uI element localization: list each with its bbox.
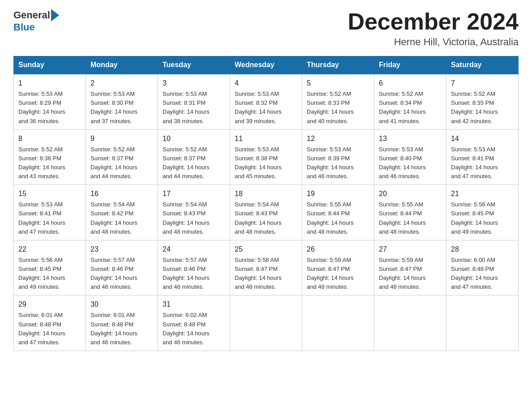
logo-blue-text: Blue xyxy=(13,21,35,33)
day-number: 3 xyxy=(163,78,225,89)
calendar-week-row: 15Sunrise: 5:53 AMSunset: 8:41 PMDayligh… xyxy=(14,185,519,240)
weekday-header-friday: Friday xyxy=(374,56,446,74)
calendar-cell xyxy=(374,295,446,351)
calendar-cell: 7Sunrise: 5:52 AMSunset: 8:35 PMDaylight… xyxy=(446,74,519,129)
calendar-cell: 6Sunrise: 5:52 AMSunset: 8:34 PMDaylight… xyxy=(374,74,446,129)
day-info: Sunrise: 5:57 AMSunset: 8:46 PMDaylight:… xyxy=(163,256,225,292)
calendar-cell: 18Sunrise: 5:54 AMSunset: 8:43 PMDayligh… xyxy=(230,185,302,240)
day-info: Sunrise: 5:53 AMSunset: 8:41 PMDaylight:… xyxy=(451,145,514,181)
weekday-header-thursday: Thursday xyxy=(302,56,374,74)
day-number: 20 xyxy=(379,188,442,199)
day-info: Sunrise: 5:52 AMSunset: 8:37 PMDaylight:… xyxy=(90,145,153,181)
calendar-cell: 27Sunrise: 5:59 AMSunset: 8:47 PMDayligh… xyxy=(374,240,446,295)
day-info: Sunrise: 5:53 AMSunset: 8:32 PMDaylight:… xyxy=(235,90,297,126)
calendar-cell: 14Sunrise: 5:53 AMSunset: 8:41 PMDayligh… xyxy=(446,129,519,185)
calendar-cell: 3Sunrise: 5:53 AMSunset: 8:31 PMDaylight… xyxy=(158,74,230,129)
day-number: 24 xyxy=(163,244,225,255)
day-info: Sunrise: 5:56 AMSunset: 8:45 PMDaylight:… xyxy=(18,256,81,292)
calendar-table: SundayMondayTuesdayWednesdayThursdayFrid… xyxy=(13,56,519,351)
day-number: 31 xyxy=(163,299,225,310)
calendar-cell xyxy=(302,295,374,351)
day-info: Sunrise: 5:52 AMSunset: 8:37 PMDaylight:… xyxy=(163,145,225,181)
calendar-cell: 20Sunrise: 5:55 AMSunset: 8:44 PMDayligh… xyxy=(374,185,446,240)
location-subtitle: Herne Hill, Victoria, Australia xyxy=(348,36,519,48)
day-number: 15 xyxy=(18,188,81,199)
day-info: Sunrise: 6:02 AMSunset: 8:48 PMDaylight:… xyxy=(163,311,225,347)
day-info: Sunrise: 5:54 AMSunset: 8:42 PMDaylight:… xyxy=(90,200,153,236)
day-number: 17 xyxy=(163,188,225,199)
weekday-header-monday: Monday xyxy=(86,56,158,74)
day-number: 8 xyxy=(18,133,81,144)
calendar-cell: 31Sunrise: 6:02 AMSunset: 8:48 PMDayligh… xyxy=(158,295,230,351)
day-info: Sunrise: 5:52 AMSunset: 8:33 PMDaylight:… xyxy=(307,90,369,126)
day-number: 28 xyxy=(451,244,514,255)
weekday-header-saturday: Saturday xyxy=(446,56,519,74)
calendar-cell xyxy=(230,295,302,351)
calendar-cell: 13Sunrise: 5:53 AMSunset: 8:40 PMDayligh… xyxy=(374,129,446,185)
day-number: 12 xyxy=(307,133,369,144)
calendar-cell: 5Sunrise: 5:52 AMSunset: 8:33 PMDaylight… xyxy=(302,74,374,129)
calendar-cell: 8Sunrise: 5:52 AMSunset: 8:36 PMDaylight… xyxy=(14,129,86,185)
calendar-cell: 19Sunrise: 5:55 AMSunset: 8:44 PMDayligh… xyxy=(302,185,374,240)
day-number: 25 xyxy=(235,244,297,255)
day-info: Sunrise: 5:54 AMSunset: 8:43 PMDaylight:… xyxy=(235,200,297,236)
calendar-week-row: 8Sunrise: 5:52 AMSunset: 8:36 PMDaylight… xyxy=(14,129,519,185)
logo-general-text: General xyxy=(13,9,50,21)
calendar-cell: 4Sunrise: 5:53 AMSunset: 8:32 PMDaylight… xyxy=(230,74,302,129)
day-number: 5 xyxy=(307,78,369,89)
calendar-cell: 30Sunrise: 6:01 AMSunset: 8:48 PMDayligh… xyxy=(86,295,158,351)
calendar-header-row: SundayMondayTuesdayWednesdayThursdayFrid… xyxy=(14,56,519,74)
calendar-cell: 26Sunrise: 5:59 AMSunset: 8:47 PMDayligh… xyxy=(302,240,374,295)
day-info: Sunrise: 5:59 AMSunset: 8:47 PMDaylight:… xyxy=(307,256,369,292)
logo-arrow-icon xyxy=(51,9,59,21)
calendar-cell: 29Sunrise: 6:01 AMSunset: 8:48 PMDayligh… xyxy=(14,295,86,351)
day-number: 19 xyxy=(307,188,369,199)
day-number: 1 xyxy=(18,78,81,89)
day-info: Sunrise: 5:55 AMSunset: 8:44 PMDaylight:… xyxy=(307,200,369,236)
calendar-body: 1Sunrise: 5:53 AMSunset: 8:29 PMDaylight… xyxy=(14,74,519,351)
day-info: Sunrise: 5:53 AMSunset: 8:40 PMDaylight:… xyxy=(379,145,442,181)
calendar-week-row: 22Sunrise: 5:56 AMSunset: 8:45 PMDayligh… xyxy=(14,240,519,295)
day-info: Sunrise: 5:53 AMSunset: 8:41 PMDaylight:… xyxy=(18,200,81,236)
day-info: Sunrise: 6:00 AMSunset: 8:48 PMDaylight:… xyxy=(451,256,514,292)
day-number: 22 xyxy=(18,244,81,255)
calendar-cell: 2Sunrise: 5:53 AMSunset: 8:30 PMDaylight… xyxy=(86,74,158,129)
day-info: Sunrise: 5:53 AMSunset: 8:29 PMDaylight:… xyxy=(18,90,81,126)
day-number: 11 xyxy=(235,133,297,144)
calendar-cell: 25Sunrise: 5:58 AMSunset: 8:47 PMDayligh… xyxy=(230,240,302,295)
day-number: 9 xyxy=(90,133,153,144)
day-info: Sunrise: 5:52 AMSunset: 8:36 PMDaylight:… xyxy=(18,145,81,181)
calendar-cell: 10Sunrise: 5:52 AMSunset: 8:37 PMDayligh… xyxy=(158,129,230,185)
day-info: Sunrise: 5:58 AMSunset: 8:47 PMDaylight:… xyxy=(235,256,297,292)
day-info: Sunrise: 5:52 AMSunset: 8:34 PMDaylight:… xyxy=(379,90,442,126)
calendar-cell: 11Sunrise: 5:53 AMSunset: 8:38 PMDayligh… xyxy=(230,129,302,185)
calendar-cell xyxy=(446,295,519,351)
day-number: 30 xyxy=(90,299,153,310)
day-number: 7 xyxy=(451,78,514,89)
day-info: Sunrise: 5:56 AMSunset: 8:45 PMDaylight:… xyxy=(451,200,514,236)
calendar-cell: 17Sunrise: 5:54 AMSunset: 8:43 PMDayligh… xyxy=(158,185,230,240)
calendar-cell: 24Sunrise: 5:57 AMSunset: 8:46 PMDayligh… xyxy=(158,240,230,295)
day-info: Sunrise: 5:55 AMSunset: 8:44 PMDaylight:… xyxy=(379,200,442,236)
day-info: Sunrise: 5:57 AMSunset: 8:46 PMDaylight:… xyxy=(90,256,153,292)
day-number: 6 xyxy=(379,78,442,89)
day-info: Sunrise: 5:53 AMSunset: 8:31 PMDaylight:… xyxy=(163,90,225,126)
calendar-cell: 1Sunrise: 5:53 AMSunset: 8:29 PMDaylight… xyxy=(14,74,86,129)
title-block: December 2024 Herne Hill, Victoria, Aust… xyxy=(348,9,519,48)
day-info: Sunrise: 6:01 AMSunset: 8:48 PMDaylight:… xyxy=(18,311,81,347)
day-info: Sunrise: 6:01 AMSunset: 8:48 PMDaylight:… xyxy=(90,311,153,347)
day-number: 18 xyxy=(235,188,297,199)
day-number: 13 xyxy=(379,133,442,144)
day-info: Sunrise: 5:53 AMSunset: 8:38 PMDaylight:… xyxy=(235,145,297,181)
calendar-week-row: 1Sunrise: 5:53 AMSunset: 8:29 PMDaylight… xyxy=(14,74,519,129)
calendar-cell: 16Sunrise: 5:54 AMSunset: 8:42 PMDayligh… xyxy=(86,185,158,240)
day-info: Sunrise: 5:53 AMSunset: 8:30 PMDaylight:… xyxy=(90,90,153,126)
day-info: Sunrise: 5:52 AMSunset: 8:35 PMDaylight:… xyxy=(451,90,514,126)
day-info: Sunrise: 5:53 AMSunset: 8:39 PMDaylight:… xyxy=(307,145,369,181)
calendar-cell: 23Sunrise: 5:57 AMSunset: 8:46 PMDayligh… xyxy=(86,240,158,295)
calendar-cell: 21Sunrise: 5:56 AMSunset: 8:45 PMDayligh… xyxy=(446,185,519,240)
weekday-header-sunday: Sunday xyxy=(14,56,86,74)
calendar-cell: 22Sunrise: 5:56 AMSunset: 8:45 PMDayligh… xyxy=(14,240,86,295)
logo: General Blue xyxy=(13,9,60,33)
calendar-cell: 15Sunrise: 5:53 AMSunset: 8:41 PMDayligh… xyxy=(14,185,86,240)
